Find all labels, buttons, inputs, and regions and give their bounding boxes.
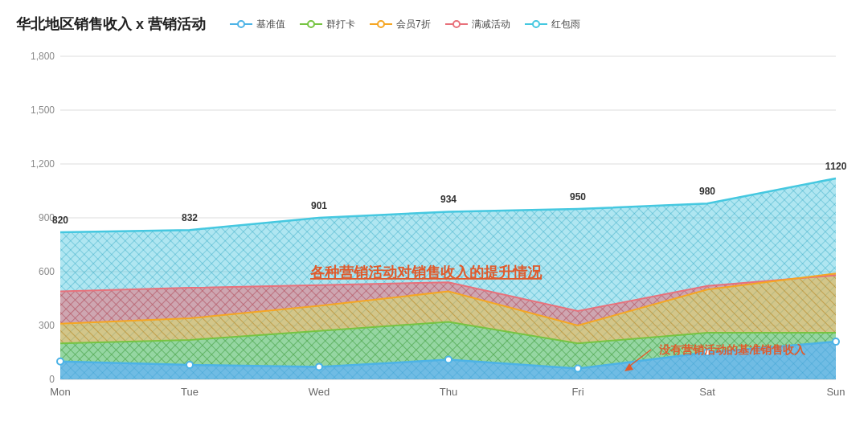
main-svg: 1,800 1,500 1,200 900 600 300 0	[16, 40, 852, 410]
chart-header: 华北地区销售收入 x 营销活动 基准值 群打卡 会员7折 满减活动 红包雨	[16, 14, 852, 34]
legend-label-baseline: 基准值	[256, 18, 285, 31]
label-tue: 832	[182, 212, 198, 223]
dot-baseline-sun	[833, 338, 839, 345]
label-thu: 934	[440, 194, 457, 205]
label-mon: 820	[52, 215, 68, 226]
legend-label-manzhan: 满减活动	[472, 18, 510, 31]
xlabel-tue: Tue	[181, 386, 199, 398]
label-sat: 980	[699, 186, 715, 197]
xlabel-mon: Mon	[50, 386, 70, 398]
svg-text:300: 300	[39, 320, 55, 331]
xlabel-wed: Wed	[309, 386, 330, 398]
svg-point-3	[308, 21, 314, 27]
svg-point-9	[533, 21, 539, 27]
xlabel-sat: Sat	[699, 386, 715, 398]
chart-title: 华北地区销售收入 x 营销活动	[16, 14, 206, 34]
svg-text:0: 0	[49, 374, 55, 385]
svg-text:1,800: 1,800	[31, 51, 55, 62]
annotation-marketing: 各种营销活动对销售收入的提升情况	[309, 264, 542, 280]
label-wed: 901	[311, 200, 327, 211]
svg-text:1,500: 1,500	[31, 104, 55, 116]
svg-point-1	[238, 21, 244, 27]
dot-baseline-tue	[186, 362, 193, 368]
legend-label-member: 会员7折	[396, 18, 431, 31]
legend-item-baseline: 基准值	[230, 18, 285, 31]
xlabel-fri: Fri	[571, 386, 583, 398]
annotation-baseline: 没有营销活动的基准销售收入	[659, 343, 806, 356]
svg-text:1,200: 1,200	[31, 158, 55, 170]
label-sun: 1120	[825, 161, 847, 172]
legend-label-hongbao: 红包雨	[551, 18, 580, 31]
xlabel-sun: Sun	[826, 386, 845, 398]
legend-item-manzhan: 满减活动	[445, 18, 510, 31]
svg-point-7	[453, 21, 460, 27]
chart-area: 1,800 1,500 1,200 900 600 300 0	[16, 40, 852, 410]
dot-baseline-thu	[445, 357, 452, 363]
legend-item-hongbao: 红包雨	[525, 18, 580, 31]
svg-text:600: 600	[39, 266, 55, 277]
legend-item-qundaka: 群打卡	[300, 18, 355, 31]
dot-baseline-wed	[316, 363, 322, 370]
svg-point-5	[378, 21, 384, 27]
chart-container: 华北地区销售收入 x 营销活动 基准值 群打卡 会员7折 满减活动 红包雨	[0, 0, 868, 434]
legend-item-member: 会员7折	[370, 18, 431, 31]
xlabel-thu: Thu	[440, 386, 457, 398]
dot-baseline-mon	[57, 358, 63, 365]
label-fri: 950	[570, 191, 586, 203]
dot-baseline-fri	[575, 366, 581, 372]
legend: 基准值 群打卡 会员7折 满减活动 红包雨	[230, 18, 580, 31]
legend-label-qundaka: 群打卡	[326, 18, 355, 31]
